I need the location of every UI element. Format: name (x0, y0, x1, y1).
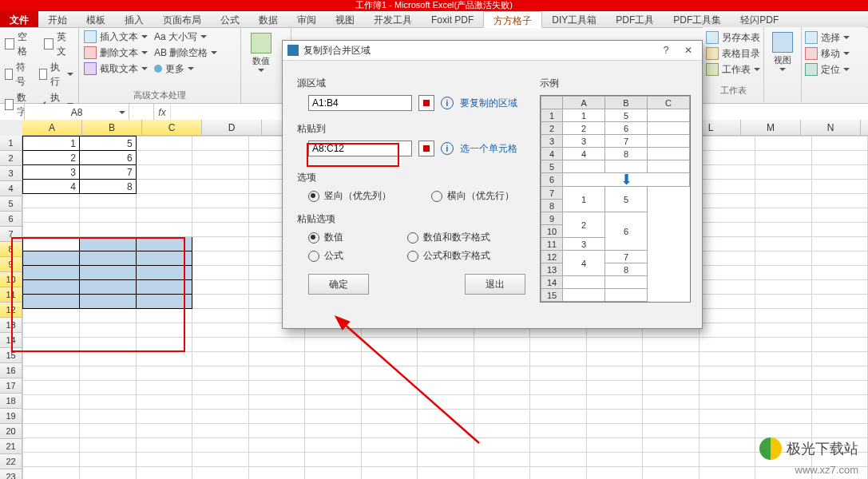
cell[interactable] (305, 467, 361, 480)
cell[interactable] (811, 194, 868, 208)
cell[interactable] (248, 424, 304, 438)
cell[interactable] (361, 366, 417, 381)
row-header-3[interactable]: 3 (0, 166, 22, 181)
ribbon-big-view[interactable]: 视图 (764, 27, 802, 102)
cell[interactable] (586, 453, 642, 467)
cell[interactable] (699, 280, 755, 295)
cell[interactable] (23, 352, 80, 366)
cell[interactable]: 4 (23, 180, 80, 194)
col-header-M[interactable]: M (741, 120, 801, 136)
cell[interactable] (305, 453, 361, 467)
cell[interactable] (192, 194, 248, 208)
row-header-6[interactable]: 6 (0, 212, 22, 227)
row-header-20[interactable]: 20 (0, 424, 22, 439)
cell[interactable] (305, 395, 361, 410)
cell[interactable] (136, 467, 192, 480)
tab-file[interactable]: 文件 (0, 11, 38, 27)
cell[interactable] (699, 410, 755, 424)
ribbon-item-save-sheet[interactable]: 另存本表 (706, 30, 760, 45)
cell[interactable] (79, 295, 136, 309)
row-header-10[interactable]: 10 (0, 272, 22, 287)
ok-button[interactable]: 确定 (308, 274, 369, 295)
cell[interactable] (79, 338, 136, 352)
cell[interactable] (811, 309, 868, 323)
cell[interactable] (474, 338, 529, 352)
cell[interactable] (361, 424, 417, 438)
cell[interactable] (248, 366, 304, 381)
row-header-15[interactable]: 15 (0, 348, 22, 363)
row-header-22[interactable]: 22 (0, 454, 22, 469)
cell[interactable] (192, 338, 248, 352)
cell[interactable] (699, 237, 755, 251)
cell[interactable] (418, 381, 474, 395)
cell[interactable] (79, 381, 136, 395)
cell[interactable] (586, 352, 642, 366)
cell[interactable] (79, 323, 136, 338)
cell[interactable] (811, 395, 868, 410)
cell[interactable] (136, 338, 192, 352)
cell[interactable] (23, 438, 80, 453)
cell[interactable] (418, 352, 474, 366)
cell[interactable] (305, 366, 361, 381)
radio-vertical[interactable]: 竖向（优先列） (308, 189, 391, 203)
cell[interactable] (361, 453, 417, 467)
cell[interactable] (811, 165, 868, 180)
cell[interactable] (418, 410, 474, 424)
cell[interactable] (192, 381, 248, 395)
cell[interactable] (136, 151, 192, 165)
tab-data[interactable]: 数据 (249, 11, 287, 27)
cell[interactable] (699, 352, 755, 366)
cell[interactable] (755, 151, 811, 165)
cell[interactable] (136, 266, 192, 280)
range-picker-source[interactable] (418, 95, 434, 111)
cell[interactable] (755, 251, 811, 266)
cell[interactable] (474, 424, 529, 438)
cell[interactable] (192, 137, 248, 151)
cell[interactable] (361, 338, 417, 352)
row-header-7[interactable]: 7 (0, 227, 22, 242)
cell[interactable] (23, 381, 80, 395)
cell[interactable] (305, 352, 361, 366)
cell[interactable] (755, 194, 811, 208)
cell[interactable] (811, 251, 868, 266)
col-header-A[interactable]: A (22, 120, 82, 136)
row-header-16[interactable]: 16 (0, 363, 22, 378)
cell[interactable] (136, 137, 192, 151)
cell[interactable] (79, 309, 136, 323)
cell[interactable] (643, 467, 699, 480)
cell[interactable] (699, 395, 755, 410)
tab-pdf-tool[interactable]: PDF工具 (606, 11, 664, 27)
cell[interactable] (136, 438, 192, 453)
cell[interactable] (586, 410, 642, 424)
cell[interactable] (474, 453, 529, 467)
cell[interactable] (530, 453, 586, 467)
cell[interactable] (755, 208, 811, 223)
cell[interactable] (418, 395, 474, 410)
cell[interactable] (755, 223, 811, 237)
cell[interactable] (136, 165, 192, 180)
cell[interactable] (361, 438, 417, 453)
fx-icon[interactable]: fx (154, 104, 171, 121)
cell[interactable] (530, 424, 586, 438)
cell[interactable] (192, 151, 248, 165)
tab-review[interactable]: 审阅 (287, 11, 326, 27)
radio-paste-valfmt[interactable]: 数值和数字格式 (407, 231, 490, 244)
tab-view[interactable]: 视图 (326, 11, 364, 27)
cell[interactable] (811, 323, 868, 338)
cell[interactable] (248, 453, 304, 467)
cell[interactable] (811, 280, 868, 295)
cell[interactable] (755, 309, 811, 323)
cell[interactable] (530, 381, 586, 395)
cell[interactable] (755, 410, 811, 424)
cell[interactable] (192, 410, 248, 424)
cell[interactable] (811, 137, 868, 151)
cell[interactable] (755, 180, 811, 194)
range-picker-dest[interactable] (418, 141, 434, 156)
tab-formula[interactable]: 公式 (211, 11, 249, 27)
cell[interactable] (136, 180, 192, 194)
dialog-help-button[interactable]: ? (657, 45, 675, 56)
cell[interactable] (643, 338, 699, 352)
cell[interactable] (586, 467, 642, 480)
cell[interactable] (699, 467, 755, 480)
cell[interactable] (23, 251, 80, 266)
